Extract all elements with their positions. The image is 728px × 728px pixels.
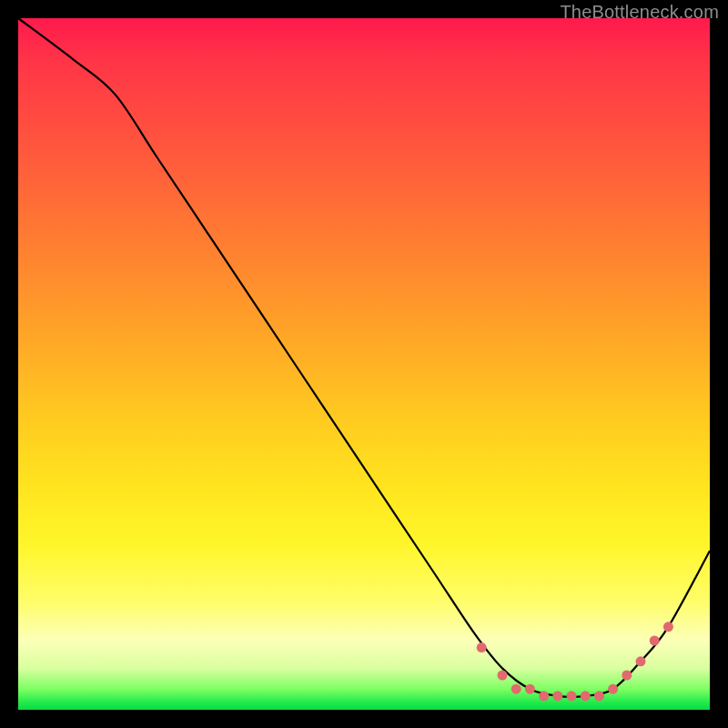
watermark-text: TheBottleneck.com: [560, 2, 719, 23]
chart-plot-area: [18, 18, 710, 710]
chart-marker: [622, 671, 632, 681]
chart-marker: [477, 642, 487, 652]
chart-marker: [636, 656, 646, 666]
chart-marker: [539, 691, 549, 701]
chart-marker: [608, 684, 618, 694]
chart-line-group: [18, 18, 710, 697]
chart-marker: [552, 691, 562, 701]
chart-marker: [511, 684, 521, 694]
chart-marker: [663, 622, 673, 632]
chart-marker: [594, 691, 604, 701]
chart-marker: [498, 671, 508, 681]
chart-svg: [18, 18, 710, 710]
chart-marker: [525, 684, 535, 694]
chart-markers: [477, 622, 673, 701]
chart-marker: [581, 691, 591, 701]
chart-frame: TheBottleneck.com: [0, 0, 728, 728]
chart-marker: [650, 636, 660, 646]
chart-marker: [567, 691, 577, 701]
bottleneck-curve: [18, 18, 710, 697]
